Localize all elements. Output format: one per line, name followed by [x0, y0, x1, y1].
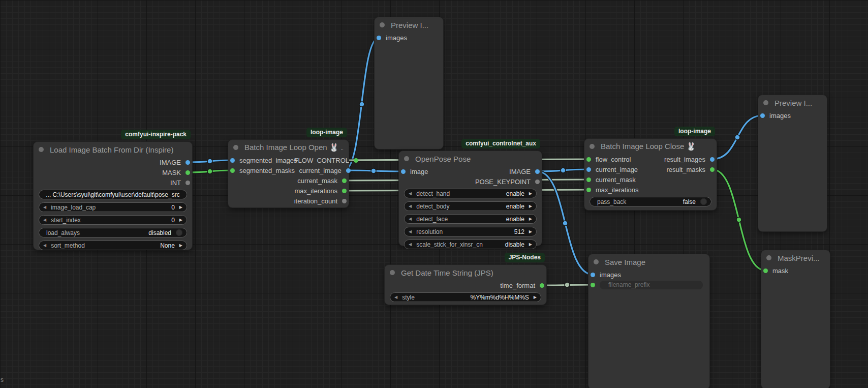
detect_hand-widget[interactable]: ◀detect_handenable▶ — [404, 189, 537, 198]
text-value-widget[interactable]: ... C:\Users\syui\git\comfyui\user\defau… — [39, 190, 187, 199]
image-input-slot: image — [401, 168, 432, 175]
node-header[interactable]: Load Image Batch From Dir (Inspire) — [34, 142, 192, 157]
collapse-dot-icon[interactable] — [39, 147, 44, 152]
flow_control-input-slot: flow_control — [586, 156, 635, 163]
node-load-image-batch-from-dir[interactable]: comfyui-inspire-packLoad Image Batch Fro… — [34, 142, 192, 250]
image_load_cap-widget[interactable]: ◀image_load_cap0▶ — [39, 202, 187, 212]
decrement-arrow-icon[interactable]: ◀ — [409, 215, 412, 223]
increment-arrow-icon[interactable]: ▶ — [529, 189, 532, 198]
widget-value: %Y%m%d%H%M%S — [470, 294, 529, 301]
style-widget[interactable]: ◀style%Y%m%d%H%M%S▶ — [390, 292, 541, 302]
result_masks-output-slot: result_masks — [662, 166, 715, 173]
node-header[interactable]: Preview I... — [375, 17, 443, 33]
max_iterations-output-port[interactable] — [342, 189, 347, 193]
node-header[interactable]: Preview I... — [758, 95, 827, 110]
time_format-output-port[interactable] — [540, 283, 544, 288]
node-header[interactable]: Get Date Time String (JPS) — [385, 265, 546, 280]
max_iterations-input-port[interactable] — [586, 188, 591, 192]
widget-value: enable — [506, 190, 524, 197]
filename_prefix-converted-widget[interactable]: filename_prefix — [600, 281, 703, 289]
filename_prefix-input-port[interactable] — [591, 283, 595, 287]
collapse-dot-icon[interactable] — [766, 255, 771, 260]
increment-arrow-icon[interactable]: ▶ — [529, 227, 532, 236]
node-header[interactable]: OpenPose Pose — [399, 151, 542, 166]
IMAGE-output-port[interactable] — [535, 169, 540, 174]
detect_body-widget[interactable]: ◀detect_bodyenable▶ — [404, 201, 537, 211]
scale_stick_for_xinsr_cn-widget[interactable]: ◀scale_stick_for_xinsr_cndisable▶ — [404, 240, 537, 249]
current_image-input-port[interactable] — [586, 167, 591, 172]
load_always-widget[interactable]: load_alwaysdisabled — [39, 228, 187, 237]
increment-arrow-icon[interactable]: ▶ — [529, 215, 532, 223]
node-header[interactable]: Save Image — [588, 254, 709, 270]
toggle-knob-icon[interactable] — [176, 229, 182, 236]
resolution-widget[interactable]: ◀resolution512▶ — [404, 227, 537, 236]
start_index-widget[interactable]: ◀start_index0▶ — [39, 215, 187, 225]
images-input-port[interactable] — [760, 113, 765, 118]
node-batch-image-loop-close[interactable]: loop-imageBatch Image Loop Close 🐰flow_c… — [584, 139, 717, 210]
node-badge: JPS-Nodes — [505, 253, 545, 262]
node-title: Batch Image Loop Close 🐰 — [601, 142, 696, 151]
segmented_masks-input-port[interactable] — [230, 168, 235, 173]
images-input-port[interactable] — [377, 36, 381, 40]
current_mask-output-port[interactable] — [342, 178, 347, 183]
FLOW_CONTROL-output-port[interactable] — [354, 158, 358, 163]
INT-output-port[interactable] — [185, 181, 190, 185]
decrement-arrow-icon[interactable]: ◀ — [409, 240, 412, 249]
collapse-dot-icon[interactable] — [390, 270, 395, 275]
node-save-image[interactable]: Save Imageimagesfilename_prefix — [588, 254, 709, 388]
pass_back-widget[interactable]: pass_backfalse — [590, 197, 711, 206]
output-label: IMAGE — [160, 159, 181, 166]
increment-arrow-icon[interactable]: ▶ — [179, 203, 182, 212]
images-input-port[interactable] — [591, 273, 595, 277]
collapse-dot-icon[interactable] — [590, 144, 595, 149]
flow_control-input-port[interactable] — [586, 157, 591, 162]
image-input-port[interactable] — [401, 169, 406, 174]
increment-arrow-icon[interactable]: ▶ — [534, 293, 537, 302]
iteration_count-output-port[interactable] — [342, 199, 347, 203]
collapse-dot-icon[interactable] — [404, 156, 409, 161]
node-header[interactable]: Batch Image Loop Open 🐰 ... — [228, 140, 349, 155]
decrement-arrow-icon[interactable]: ◀ — [43, 203, 46, 212]
decrement-arrow-icon[interactable]: ◀ — [409, 227, 412, 236]
increment-arrow-icon[interactable]: ▶ — [179, 216, 182, 224]
result_masks-output-port[interactable] — [710, 167, 715, 172]
collapse-dot-icon[interactable] — [380, 22, 385, 27]
input-label: image — [410, 168, 428, 175]
decrement-arrow-icon[interactable]: ◀ — [409, 202, 412, 211]
increment-arrow-icon[interactable]: ▶ — [179, 241, 182, 250]
POSE_KEYPOINT-output-port[interactable] — [535, 180, 540, 184]
node-get-date-time-string[interactable]: JPS-NodesGet Date Time String (JPS)time_… — [385, 265, 546, 305]
node-graph-canvas[interactable]: comfyui-inspire-packLoad Image Batch Fro… — [0, 0, 868, 388]
node-preview-image-top[interactable]: Preview I...images — [375, 17, 443, 149]
node-mask-preview[interactable]: MaskPrevi...mask — [761, 250, 830, 388]
current_image-output-port[interactable] — [346, 168, 351, 173]
decrement-arrow-icon[interactable]: ◀ — [43, 241, 46, 250]
decrement-arrow-icon[interactable]: ◀ — [394, 293, 397, 302]
IMAGE-output-port[interactable] — [185, 160, 190, 165]
node-header[interactable]: Batch Image Loop Close 🐰 — [584, 139, 717, 154]
collapse-dot-icon[interactable] — [594, 259, 599, 264]
node-openpose-pose[interactable]: comfyui_controlnet_auxOpenPose Poseimage… — [399, 151, 542, 246]
segmented_images-input-port[interactable] — [230, 158, 235, 163]
toggle-knob-icon[interactable] — [700, 198, 707, 205]
node-header[interactable]: MaskPrevi... — [761, 250, 830, 265]
node-batch-image-loop-open[interactable]: loop-imageBatch Image Loop Open 🐰 ...seg… — [228, 140, 349, 207]
MASK-output-port[interactable] — [185, 170, 190, 175]
slot-row: images — [375, 33, 443, 43]
widget-value: None — [160, 242, 175, 249]
increment-arrow-icon[interactable]: ▶ — [529, 240, 532, 249]
increment-arrow-icon[interactable]: ▶ — [529, 202, 532, 211]
result_images-output-port[interactable] — [710, 157, 715, 162]
slot-row: current_mask — [228, 175, 349, 186]
mask-input-port[interactable] — [763, 268, 768, 273]
decrement-arrow-icon[interactable]: ◀ — [409, 189, 412, 198]
input-label: images — [386, 34, 407, 42]
collapse-dot-icon[interactable] — [233, 145, 238, 150]
sort_method-widget[interactable]: ◀sort_methodNone▶ — [39, 241, 187, 250]
detect_face-widget[interactable]: ◀detect_faceenable▶ — [404, 214, 537, 224]
decrement-arrow-icon[interactable]: ◀ — [43, 216, 46, 224]
collapse-dot-icon[interactable] — [763, 100, 768, 105]
node-preview-image-right[interactable]: Preview I...images — [758, 95, 827, 231]
slot-row: time_format — [385, 280, 546, 290]
current_mask-input-port[interactable] — [586, 177, 591, 182]
